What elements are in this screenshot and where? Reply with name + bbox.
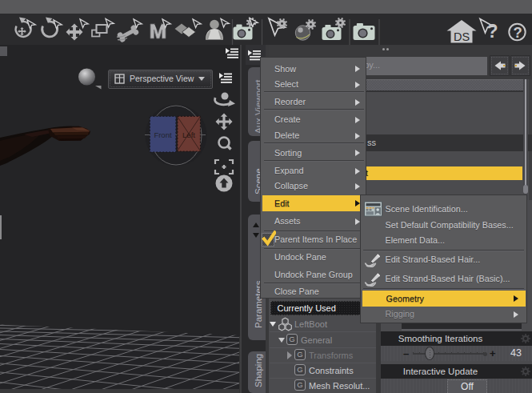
svg-text:DS: DS	[454, 30, 470, 43]
svg-text:Front: Front	[154, 130, 172, 139]
svg-text:?: ?	[514, 24, 522, 41]
svg-text:?: ?	[487, 21, 498, 42]
svg-text:Left: Left	[182, 130, 195, 139]
